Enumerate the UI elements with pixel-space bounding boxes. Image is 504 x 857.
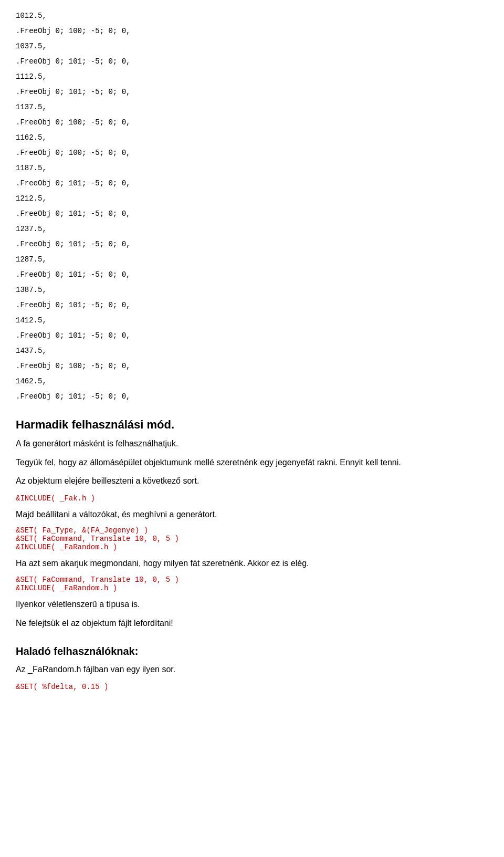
code-line-26: .FreeObj 0; 101; -5; 0; 0, — [16, 391, 488, 402]
code-line-6: .FreeObj 0; 101; -5; 0; 0, — [16, 87, 488, 98]
code-line-10: .FreeObj 0; 100; -5; 0; 0, — [16, 148, 488, 159]
code-line-24: .FreeObj 0; 100; -5; 0; 0, — [16, 361, 488, 372]
code-line-14: .FreeObj 0; 101; -5; 0; 0, — [16, 208, 488, 220]
paragraph-3: Az objektum elejére beilleszteni a követ… — [16, 474, 488, 488]
code-block1-line3: &INCLUDE( _FaRandom.h ) — [16, 543, 488, 551]
code-line-13: 1212.5, — [16, 193, 488, 204]
paragraph-7: Ne felejtsük el az objektum fájlt leford… — [16, 616, 488, 630]
code-line-3: 1037.5, — [16, 41, 488, 52]
code-line-15: 1237.5, — [16, 224, 488, 235]
paragraph-4: Majd beállítani a változókat, és meghívn… — [16, 508, 488, 521]
code-block-2: &SET( FaCommand, Translate 10, 0, 5 ) &I… — [16, 576, 488, 592]
paragraph-6: Ilyenkor véletlenszerű a típusa is. — [16, 598, 488, 611]
code-block2-line2: &INCLUDE( _FaRandom.h ) — [16, 584, 488, 592]
code-line-25: 1462.5, — [16, 376, 488, 387]
code-line-16: .FreeObj 0; 101; -5; 0; 0, — [16, 239, 488, 250]
code-block1-line2: &SET( FaCommand, Translate 10, 0, 5 ) — [16, 535, 488, 543]
section-title: Harmadik felhasználási mód. — [16, 418, 488, 432]
code-line-20: .FreeObj 0; 101; -5; 0; 0, — [16, 300, 488, 311]
include-fak-code: &INCLUDE( _Fak.h ) — [16, 493, 488, 503]
code-line-11: 1187.5, — [16, 163, 488, 174]
code-line-4: .FreeObj 0; 101; -5; 0; 0, — [16, 56, 488, 67]
code-block-1: &SET( Fa_Type, &(FA_Jegenye) ) &SET( FaC… — [16, 526, 488, 551]
paragraph-8: Az _FaRandom.h fájlban van egy ilyen sor… — [16, 663, 488, 676]
top-code-section: 1012.5, .FreeObj 0; 100; -5; 0; 0, 1037.… — [16, 11, 488, 402]
paragraph-2: Tegyük fel, hogy az állomásépület objekt… — [16, 456, 488, 469]
advanced-heading: Haladó felhasználóknak: — [16, 645, 488, 657]
code-line-2: .FreeObj 0; 100; -5; 0; 0, — [16, 26, 488, 37]
code-line-1: 1012.5, — [16, 11, 488, 22]
code-line-18: .FreeObj 0; 101; -5; 0; 0, — [16, 269, 488, 280]
paragraph-5: Ha azt sem akarjuk megmondani, hogy mily… — [16, 557, 488, 570]
code-line-5: 1112.5, — [16, 71, 488, 82]
code-line-17: 1287.5, — [16, 254, 488, 265]
code-block2-line1: &SET( FaCommand, Translate 10, 0, 5 ) — [16, 576, 488, 584]
code-line-19: 1387.5, — [16, 285, 488, 296]
fdelta-code: &SET( %fdelta, 0.15 ) — [16, 682, 488, 691]
fdelta-line: &SET( %fdelta, 0.15 ) — [16, 683, 108, 691]
code-line-12: .FreeObj 0; 101; -5; 0; 0, — [16, 178, 488, 189]
code-line-22: .FreeObj 0; 101; -5; 0; 0, — [16, 330, 488, 341]
paragraph-1: A fa generátort másként is felhasználhat… — [16, 437, 488, 451]
code-line-7: 1137.5, — [16, 102, 488, 113]
code-line-23: 1437.5, — [16, 346, 488, 357]
code-line-21: 1412.5, — [16, 315, 488, 326]
code-block1-line1: &SET( Fa_Type, &(FA_Jegenye) ) — [16, 526, 488, 535]
include-fak-line: &INCLUDE( _Fak.h ) — [16, 494, 95, 503]
code-line-8: .FreeObj 0; 100; -5; 0; 0, — [16, 117, 488, 128]
code-line-9: 1162.5, — [16, 132, 488, 143]
